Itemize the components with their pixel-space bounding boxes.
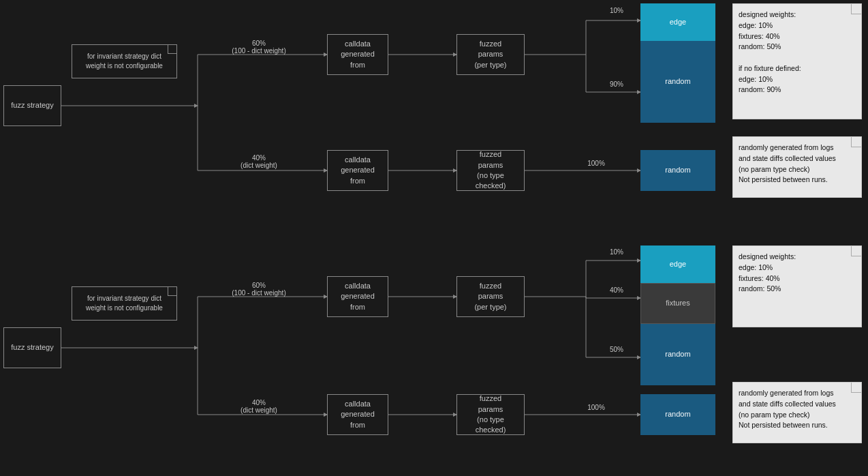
calldata-top-bottom: calldata generated from: [327, 276, 388, 317]
fuzzed-params-type-bottom: fuzzed params (per type): [456, 276, 525, 317]
diagram-container: fuzz strategy for invariant strategy dic…: [0, 0, 868, 476]
invariant-note-bottom: for invariant strategy dict weight is no…: [72, 286, 177, 321]
calldata-top-top: calldata generated from: [327, 34, 388, 75]
fuzzed-params-notype-bottom: fuzzed params (no type checked): [456, 394, 525, 435]
note-top-right-bottom: designed weights: edge: 10% fixtures: 40…: [732, 246, 862, 327]
pct-40-mid-bottom: 40%: [600, 286, 634, 294]
pct-60-label-top: 60% (100 - dict weight): [232, 40, 286, 55]
fuzzed-params-type-top: fuzzed params (per type): [456, 34, 525, 75]
pct-40-label-top: 40% (dict weight): [232, 154, 286, 169]
invariant-note-top: for invariant strategy dict weight is no…: [72, 44, 177, 78]
pct-100-bottom: 100%: [576, 404, 617, 411]
pct-50-bottom: 50%: [600, 346, 634, 353]
random-box-bottom-bottom: random: [640, 394, 715, 435]
random-box-top-large: random: [640, 41, 715, 123]
pct-40-label-bottom: 40% (dict weight): [232, 399, 286, 414]
fuzz-strategy-box-top: fuzz strategy: [3, 85, 61, 126]
fuzz-strategy-box-bottom: fuzz strategy: [3, 327, 61, 368]
pct-60-label-bottom: 60% (100 - dict weight): [232, 282, 286, 297]
pct-100-top: 100%: [576, 160, 617, 167]
note-bottom-right-top: randomly generated from logs and state d…: [732, 136, 862, 198]
pct-10-top: 10%: [600, 7, 634, 14]
random-box-bottom-small: random: [640, 150, 715, 191]
note-top-right: designed weights: edge: 10% fixtures: 40…: [732, 3, 862, 119]
fixtures-box: fixtures: [640, 283, 715, 324]
pct-10-bottom: 10%: [600, 248, 634, 256]
fuzzed-params-notype-top: fuzzed params (no type checked): [456, 150, 525, 191]
edge-box-top: edge: [640, 3, 715, 41]
pct-90-top: 90%: [600, 80, 634, 88]
calldata-bottom-bottom: calldata generated from: [327, 394, 388, 435]
random-box-top-bottom: random: [640, 324, 715, 385]
edge-box-bottom: edge: [640, 246, 715, 283]
note-bottom-right-bottom: randomly generated from logs and state d…: [732, 382, 862, 443]
calldata-bottom-top: calldata generated from: [327, 150, 388, 191]
